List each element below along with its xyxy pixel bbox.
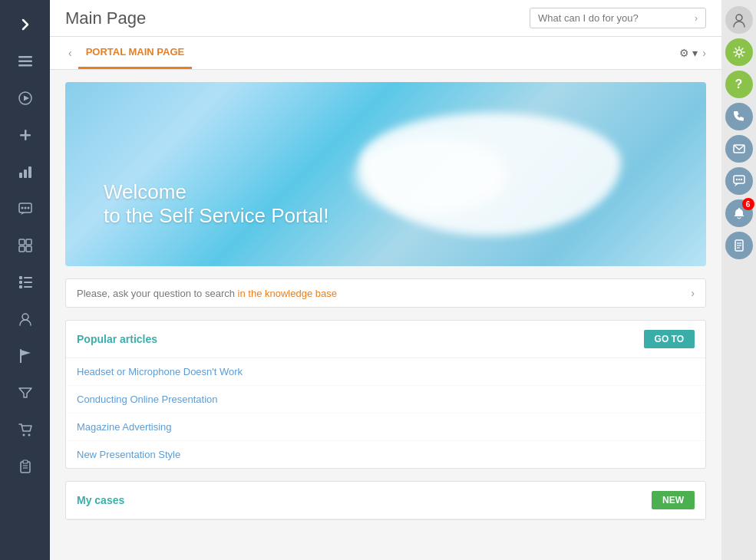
new-case-button[interactable]: NEW	[652, 491, 695, 509]
main-content: Main Page › ‹ PORTAL MAIN PAGE ⚙ ▾ › Wel…	[50, 0, 721, 560]
svg-rect-0	[18, 56, 32, 58]
svg-rect-22	[24, 282, 32, 283]
svg-point-30	[28, 434, 30, 436]
sidebar-item-play[interactable]	[8, 81, 42, 115]
help-icon[interactable]: ?	[725, 71, 753, 98]
tab-forward-button[interactable]: ›	[702, 47, 706, 59]
my-cases-title: My cases	[77, 494, 124, 506]
popular-articles-title: Popular articles	[77, 333, 157, 345]
settings-gear-icon[interactable]	[725, 38, 753, 66]
svg-point-41	[738, 179, 739, 180]
tab-actions: ⚙ ▾ ›	[679, 47, 706, 59]
banner-line2: to the Self Service Portal!	[104, 204, 328, 228]
svg-rect-6	[20, 134, 31, 137]
sidebar-item-add[interactable]	[8, 118, 42, 152]
mail-icon[interactable]	[725, 135, 753, 163]
banner-text: Welcome to the Self Service Portal!	[104, 180, 328, 228]
content-area: Welcome to the Self Service Portal! Plea…	[50, 70, 721, 560]
kb-search-prefix: Please, ask your question to search	[77, 288, 238, 299]
svg-rect-32	[23, 460, 28, 463]
article-link-1[interactable]: Headset or Microphone Doesn't Work	[66, 358, 705, 386]
sidebar-item-chevron[interactable]	[8, 8, 42, 41]
kb-search-highlight: in the knowledge base	[238, 288, 337, 299]
svg-marker-4	[24, 96, 29, 101]
svg-rect-18	[26, 246, 31, 252]
svg-rect-19	[19, 276, 22, 279]
sidebar-item-menu[interactable]	[8, 44, 42, 78]
live-chat-icon[interactable]	[725, 167, 753, 195]
svg-rect-24	[24, 286, 32, 288]
notifications-bell-wrap: 6	[725, 199, 753, 227]
svg-marker-27	[21, 350, 31, 356]
search-input[interactable]	[538, 12, 695, 24]
tab-nav: ‹ PORTAL MAIN PAGE	[65, 37, 192, 69]
search-arrow-icon: ›	[695, 13, 698, 24]
tab-back-button[interactable]: ‹	[65, 39, 75, 67]
svg-rect-17	[19, 246, 25, 252]
search-box[interactable]: ›	[530, 8, 706, 28]
tab-gear-icon[interactable]: ⚙ ▾	[679, 47, 698, 59]
popular-articles-section: Popular articles GO TO Headset or Microp…	[65, 320, 706, 469]
svg-rect-15	[19, 239, 25, 245]
header: Main Page ›	[50, 0, 721, 37]
svg-point-42	[740, 179, 741, 180]
svg-point-25	[22, 314, 28, 320]
svg-rect-7	[19, 173, 22, 178]
article-link-3[interactable]: Magazine Advertising	[66, 413, 705, 441]
documents-icon[interactable]	[725, 232, 753, 259]
sidebar-item-clipboard[interactable]	[8, 450, 42, 483]
tab-portal-main-page[interactable]: PORTAL MAIN PAGE	[78, 37, 193, 69]
sidebar-item-list[interactable]	[8, 265, 42, 299]
phone-icon[interactable]	[725, 103, 753, 130]
sidebar-item-chat[interactable]	[8, 192, 42, 226]
user-profile-icon[interactable]	[725, 6, 753, 34]
svg-rect-1	[18, 61, 32, 63]
page-title: Main Page	[65, 8, 146, 28]
article-link-2[interactable]: Conducting Online Presentation	[66, 386, 705, 413]
svg-rect-21	[19, 281, 22, 284]
svg-point-35	[736, 15, 742, 21]
popular-articles-header: Popular articles GO TO	[66, 321, 705, 358]
sidebar-item-flag[interactable]	[8, 339, 42, 373]
svg-rect-9	[28, 166, 31, 178]
svg-rect-2	[18, 64, 32, 67]
svg-point-29	[22, 434, 25, 436]
banner-line1: Welcome	[104, 180, 328, 204]
sidebar-item-cart[interactable]	[8, 413, 42, 446]
svg-point-12	[21, 207, 23, 209]
tab-bar: ‹ PORTAL MAIN PAGE ⚙ ▾ ›	[50, 37, 721, 70]
article-link-4[interactable]: New Presentation Style	[66, 441, 705, 468]
svg-rect-23	[19, 285, 22, 288]
svg-point-14	[27, 207, 29, 209]
banner-cloud-main	[360, 113, 621, 236]
kb-search-text: Please, ask your question to search in t…	[77, 288, 691, 299]
svg-point-36	[737, 50, 741, 54]
sidebar-item-filter[interactable]	[8, 376, 42, 410]
sidebar-item-grid[interactable]	[8, 229, 42, 262]
svg-point-13	[24, 207, 26, 209]
my-cases-section: My cases NEW	[65, 481, 706, 520]
kb-search-arrow-icon: ›	[691, 287, 695, 299]
banner: Welcome to the Self Service Portal!	[65, 82, 706, 266]
left-sidebar	[0, 0, 50, 560]
kb-search-bar[interactable]: Please, ask your question to search in t…	[65, 278, 706, 308]
svg-rect-16	[26, 239, 31, 245]
svg-marker-28	[19, 388, 31, 397]
sidebar-item-chart[interactable]	[8, 155, 42, 189]
svg-rect-20	[24, 277, 32, 278]
svg-point-40	[735, 179, 737, 180]
svg-rect-8	[24, 170, 27, 178]
go-to-button[interactable]: GO TO	[644, 330, 695, 348]
my-cases-header: My cases NEW	[66, 482, 705, 519]
right-sidebar: ? 6	[721, 0, 756, 560]
sidebar-item-user[interactable]	[8, 302, 42, 336]
notification-badge: 6	[742, 198, 754, 210]
